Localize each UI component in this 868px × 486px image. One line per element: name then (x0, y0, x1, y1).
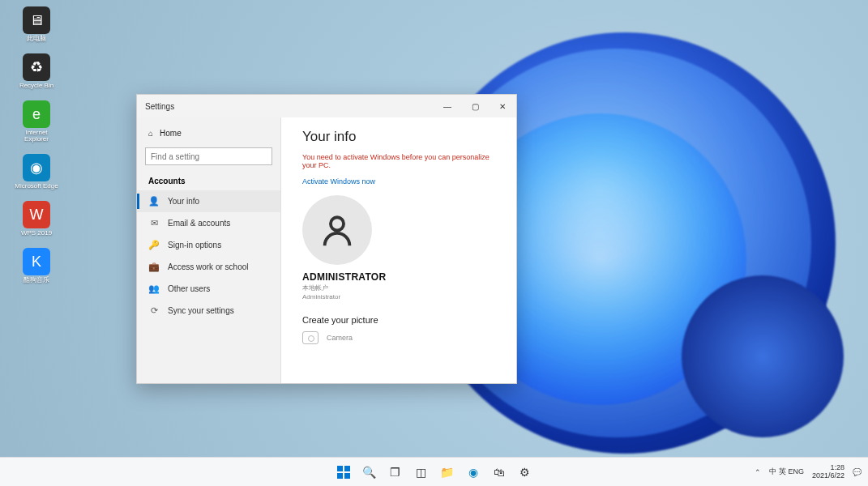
sidebar-item[interactable]: 🔑Sign-in options (137, 234, 280, 256)
taskbar: 🔍 ❐ ◫ 📁 ◉ 🛍 ⚙ ⌃ 中 英 ENG 1:28 2021/6/22 💬 (0, 457, 868, 486)
avatar (302, 195, 372, 265)
desktop-icon[interactable]: eInternet Explorer (15, 100, 58, 143)
person-icon: 👤 (148, 196, 160, 207)
start-button[interactable] (333, 462, 354, 483)
sidebar-item[interactable]: ✉Email & accounts (137, 212, 280, 234)
section-label: Accounts (137, 173, 280, 190)
search-container (145, 147, 272, 165)
svg-rect-3 (337, 473, 343, 479)
desktop-icon[interactable]: 🖥此电脑 (15, 6, 58, 42)
explorer-icon[interactable]: 📁 (437, 462, 458, 483)
notifications-icon[interactable]: 💬 (853, 468, 862, 476)
search-icon[interactable]: 🔍 (359, 462, 380, 483)
app-icon: ◉ (23, 154, 50, 181)
svg-rect-4 (344, 473, 350, 479)
camera-label: Camera (327, 334, 353, 342)
account-type: 本地帐户 (302, 284, 500, 292)
key-icon: 🔑 (148, 240, 160, 250)
sidebar-item-label: Sign-in options (168, 241, 221, 249)
desktop: 🖥此电脑♻Recycle BineInternet Explorer◉Micro… (0, 0, 868, 486)
home-icon: ⌂ (148, 129, 153, 138)
icon-label: Recycle Bin (19, 83, 53, 89)
mail-icon: ✉ (148, 218, 160, 228)
search-input[interactable] (145, 147, 272, 165)
system-tray: ⌃ 中 英 ENG 1:28 2021/6/22 💬 (755, 464, 862, 480)
edge-icon[interactable]: ◉ (463, 462, 484, 483)
minimize-button[interactable]: — (434, 95, 461, 117)
icon-label: Microsoft Edge (15, 183, 58, 190)
tray-overflow[interactable]: ⌃ (755, 468, 761, 476)
users-icon: 👥 (148, 284, 160, 294)
sidebar-item-label: Other users (168, 284, 210, 293)
sidebar-item-label: Sync your settings (168, 306, 234, 315)
svg-point-0 (331, 217, 344, 230)
desktop-icon[interactable]: K酷狗音乐 (15, 248, 58, 284)
home-label: Home (160, 129, 182, 138)
activation-warning: You need to activate Windows before you … (302, 153, 500, 169)
sidebar-item[interactable]: 👥Other users (137, 278, 280, 300)
account-role: Administrator (302, 293, 500, 301)
desktop-icons: 🖥此电脑♻Recycle BineInternet Explorer◉Micro… (15, 6, 58, 284)
app-icon: W (23, 201, 50, 228)
desktop-icon[interactable]: WWPS 2019 (15, 201, 58, 237)
app-icon: 🖥 (23, 6, 50, 34)
desktop-icon[interactable]: ◉Microsoft Edge (15, 154, 58, 190)
icon-label: Internet Explorer (15, 130, 58, 143)
icon-label: 此电脑 (27, 36, 46, 42)
settings-window: Settings — ▢ ✕ ⌂ Home Accounts 👤Your inf… (136, 94, 517, 384)
clock[interactable]: 1:28 2021/6/22 (812, 464, 844, 480)
close-button[interactable]: ✕ (489, 95, 516, 117)
app-icon: e (23, 100, 50, 128)
sidebar-item-label: Email & accounts (168, 219, 230, 228)
person-icon (319, 211, 356, 249)
svg-rect-1 (337, 466, 343, 471)
sidebar-item[interactable]: 👤Your info (137, 190, 280, 212)
ime-indicator[interactable]: 中 英 ENG (769, 467, 804, 477)
settings-icon[interactable]: ⚙ (515, 462, 536, 483)
app-icon: ♻ (23, 53, 50, 81)
create-picture-heading: Create your picture (302, 315, 500, 325)
icon-label: 酷狗音乐 (24, 277, 49, 284)
clock-date: 2021/6/22 (812, 472, 844, 480)
briefcase-icon: 💼 (148, 262, 160, 272)
home-button[interactable]: ⌂ Home (137, 124, 280, 143)
window-title: Settings (145, 102, 174, 111)
username: ADMINISTRATOR (302, 271, 500, 283)
store-icon[interactable]: 🛍 (489, 462, 510, 483)
maximize-button[interactable]: ▢ (461, 95, 489, 117)
sync-icon: ⟳ (148, 305, 160, 316)
wallpaper-shape (682, 275, 844, 437)
camera-option[interactable]: Camera (302, 331, 500, 344)
svg-rect-2 (344, 466, 350, 471)
task-view-icon[interactable]: ❐ (385, 462, 406, 483)
content-pane: Your info You need to activate Windows b… (281, 117, 516, 383)
icon-label: WPS 2019 (21, 230, 52, 237)
activate-link[interactable]: Activate Windows now (302, 177, 375, 185)
settings-sidebar: ⌂ Home Accounts 👤Your info✉Email & accou… (137, 117, 281, 383)
camera-icon (302, 331, 319, 344)
widgets-icon[interactable]: ◫ (411, 462, 432, 483)
sidebar-item-label: Access work or school (168, 262, 248, 271)
desktop-icon[interactable]: ♻Recycle Bin (15, 53, 58, 89)
titlebar[interactable]: Settings — ▢ ✕ (137, 95, 516, 117)
sidebar-item-label: Your info (168, 197, 199, 206)
sidebar-item[interactable]: 💼Access work or school (137, 256, 280, 278)
taskbar-center: 🔍 ❐ ◫ 📁 ◉ 🛍 ⚙ (333, 462, 536, 483)
app-icon: K (23, 248, 50, 275)
sidebar-item[interactable]: ⟳Sync your settings (137, 300, 280, 322)
page-title: Your info (302, 129, 500, 145)
